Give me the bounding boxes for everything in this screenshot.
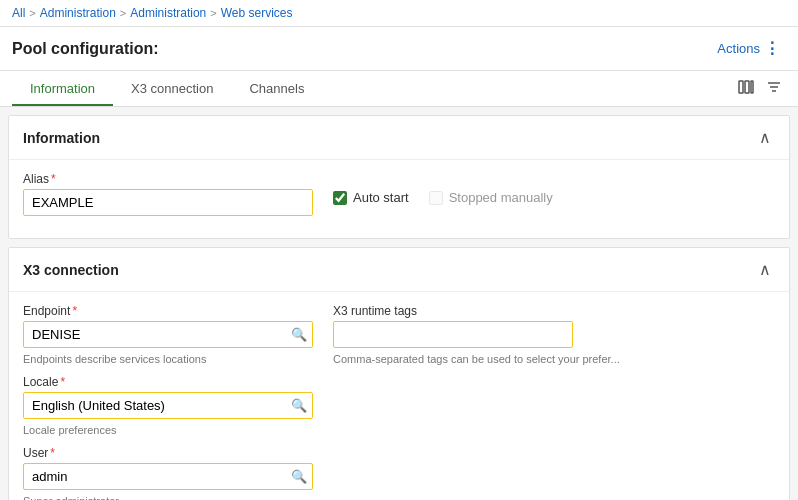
section-information-body: Alias* Auto start Stopped manually	[9, 160, 789, 238]
breadcrumb-admin1[interactable]: Administration	[40, 6, 116, 20]
user-input[interactable]	[23, 463, 313, 490]
locale-input[interactable]	[23, 392, 313, 419]
x3tags-group: X3 runtime tags Comma-separated tags can…	[333, 304, 620, 365]
stopped-checkbox	[429, 191, 443, 205]
section-information: Information ∧ Alias* Auto start Stopped …	[8, 115, 790, 239]
user-input-wrapper: 🔍	[23, 463, 313, 490]
x3tags-label: X3 runtime tags	[333, 304, 620, 318]
section-x3connection: X3 connection ∧ Endpoint* 🔍 Endpoints de…	[8, 247, 790, 500]
breadcrumb: All > Administration > Administration > …	[0, 0, 798, 27]
autostart-group: Auto start	[333, 190, 409, 205]
actions-label: Actions	[717, 41, 760, 56]
information-row: Alias* Auto start Stopped manually	[23, 172, 775, 216]
x3tags-input[interactable]	[333, 321, 573, 348]
svg-rect-2	[751, 81, 753, 93]
section-x3connection-header: X3 connection ∧	[9, 248, 789, 292]
section-information-header: Information ∧	[9, 116, 789, 160]
section-information-title: Information	[23, 130, 100, 146]
alias-input[interactable]	[23, 189, 313, 216]
actions-button[interactable]: Actions ⋮	[711, 35, 786, 62]
autostart-label: Auto start	[353, 190, 409, 205]
locale-row: Locale* 🔍 Locale preferences	[23, 375, 775, 436]
breadcrumb-sep-1: >	[29, 7, 35, 19]
tab-x3connection[interactable]: X3 connection	[113, 71, 231, 106]
stopped-label: Stopped manually	[449, 190, 553, 205]
tabs-container: Information X3 connection Channels	[12, 71, 322, 106]
alias-group: Alias*	[23, 172, 313, 216]
breadcrumb-all[interactable]: All	[12, 6, 25, 20]
section-x3connection-body: Endpoint* 🔍 Endpoints describe services …	[9, 292, 789, 500]
user-helper: Super administrator	[23, 495, 313, 500]
page-header: Pool configuration: Actions ⋮	[0, 27, 798, 71]
section-information-collapse[interactable]: ∧	[755, 126, 775, 149]
endpoint-row: Endpoint* 🔍 Endpoints describe services …	[23, 304, 775, 365]
endpoint-input[interactable]	[23, 321, 313, 348]
user-label: User*	[23, 446, 313, 460]
breadcrumb-webservices[interactable]: Web services	[221, 6, 293, 20]
breadcrumb-sep-2: >	[120, 7, 126, 19]
breadcrumb-sep-3: >	[210, 7, 216, 19]
user-group: User* 🔍 Super administrator	[23, 446, 313, 500]
section-x3connection-title: X3 connection	[23, 262, 119, 278]
svg-rect-1	[745, 81, 749, 93]
actions-menu-icon: ⋮	[764, 39, 780, 58]
locale-group: Locale* 🔍 Locale preferences	[23, 375, 313, 436]
svg-rect-0	[739, 81, 743, 93]
locale-input-wrapper: 🔍	[23, 392, 313, 419]
section-x3connection-collapse[interactable]: ∧	[755, 258, 775, 281]
endpoint-label: Endpoint*	[23, 304, 313, 318]
locale-label: Locale*	[23, 375, 313, 389]
endpoint-group: Endpoint* 🔍 Endpoints describe services …	[23, 304, 313, 365]
columns-icon-button[interactable]	[734, 75, 758, 102]
user-row: User* 🔍 Super administrator	[23, 446, 775, 500]
stopped-group: Stopped manually	[429, 190, 553, 205]
breadcrumb-admin2[interactable]: Administration	[130, 6, 206, 20]
tab-toolbar	[734, 75, 786, 102]
endpoint-input-wrapper: 🔍	[23, 321, 313, 348]
endpoint-helper: Endpoints describe services locations	[23, 353, 313, 365]
tab-bar: Information X3 connection Channels	[0, 71, 798, 107]
tab-channels[interactable]: Channels	[231, 71, 322, 106]
alias-label: Alias*	[23, 172, 313, 186]
locale-helper: Locale preferences	[23, 424, 313, 436]
autostart-checkbox[interactable]	[333, 191, 347, 205]
tab-information[interactable]: Information	[12, 71, 113, 106]
page-title: Pool configuration:	[12, 40, 159, 58]
x3tags-helper: Comma-separated tags can be used to sele…	[333, 353, 620, 365]
content-area: Information ∧ Alias* Auto start Stopped …	[0, 107, 798, 500]
filter-icon-button[interactable]	[762, 75, 786, 102]
alias-required: *	[51, 172, 56, 186]
